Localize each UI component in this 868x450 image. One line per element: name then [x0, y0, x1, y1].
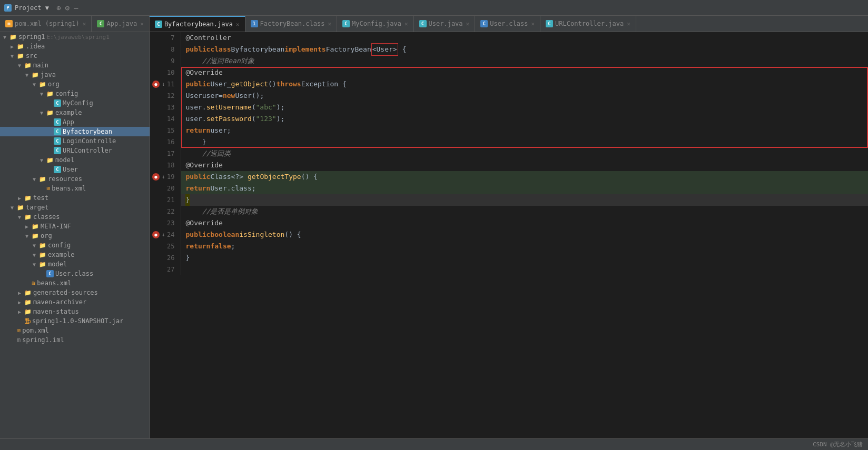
tree-item-21[interactable]: ▼📁 org	[0, 231, 150, 241]
tree-item-13[interactable]: ▼📁 model	[0, 155, 150, 165]
tree-item-3[interactable]: ▼📁 main	[0, 61, 150, 70]
tree-item-14[interactable]: C User	[0, 165, 150, 174]
tree-item-6[interactable]: ▼📁 config	[0, 89, 150, 98]
code-line-17: //返回类	[181, 148, 868, 159]
tree-item-16[interactable]: ≋ beans.xml	[0, 184, 150, 193]
tree-item-28[interactable]: ▶📁 maven-archiver	[0, 297, 150, 307]
tab-close-myconfig[interactable]: ✕	[405, 21, 408, 27]
minimize-btn[interactable]: —	[74, 4, 78, 12]
tree-item-1[interactable]: ▶📁 .idea	[0, 42, 150, 51]
xml-icon-31: ≋	[17, 327, 21, 334]
tab-byfactorybean[interactable]: CByfactorybean.java✕	[150, 16, 245, 32]
folder-icon-20: 📁	[32, 223, 39, 230]
line-num-11: ●↓11	[152, 78, 176, 90]
tab-label-user: User.java	[429, 20, 463, 27]
editor[interactable]: 78910●↓1112131415161718●↓1920212223●↓242…	[150, 32, 868, 438]
tree-item-4[interactable]: ▼📁 java	[0, 70, 150, 79]
tree-label-23: example	[48, 251, 75, 258]
code-line-15: return user;	[181, 125, 868, 136]
code-line-25: return false;	[181, 241, 868, 252]
tree-item-25[interactable]: C User.class	[0, 269, 150, 278]
tree-arrow-24: ▼	[31, 262, 37, 267]
line-num-25: 25	[152, 241, 176, 252]
tree-item-7[interactable]: C MyConfig	[0, 98, 150, 108]
tab-factorybean[interactable]: 1FactoryBean.class✕	[245, 16, 337, 32]
tree-item-22[interactable]: ▼📁 config	[0, 241, 150, 250]
code-lines-container: @Controllerpublic class Byfactorybean im…	[181, 32, 868, 275]
tab-label-app: App.java	[106, 20, 137, 27]
tab-pom[interactable]: mpom.xml (spring1)✕	[0, 16, 92, 32]
tree-item-12[interactable]: C URLController	[0, 146, 150, 155]
tab-close-user[interactable]: ✕	[466, 21, 470, 27]
tree-arrow-23: ▼	[31, 252, 37, 258]
line-num-9: 9	[152, 55, 176, 67]
sidebar: ▼📁 spring1 E:\javaweb\spring1▶📁 .idea▼📁 …	[0, 32, 150, 438]
tree-item-17[interactable]: ▶📁 test	[0, 193, 150, 203]
tree-arrow-8: ▼	[38, 110, 45, 116]
tab-label-myconfig: MyConfig.java	[352, 20, 401, 27]
tree-item-19[interactable]: ▼📁 classes	[0, 212, 150, 222]
settings-btn[interactable]: ⚙	[65, 4, 69, 12]
title-bar-left: P Project ▼ ⊕ ⚙ —	[4, 4, 78, 12]
tree-item-0[interactable]: ▼📁 spring1 E:\javaweb\spring1	[0, 32, 150, 42]
tree-item-31[interactable]: ≋ pom.xml	[0, 326, 150, 335]
folder-icon-23: 📁	[39, 252, 46, 258]
tree-item-18[interactable]: ▼📁 target	[0, 203, 150, 212]
tree-item-9[interactable]: C App	[0, 117, 150, 127]
tab-urlcontroller[interactable]: CURLController.java✕	[540, 16, 636, 32]
folder-icon-2: 📁	[17, 53, 24, 59]
code-line-19: public Class<?> getObjectType() {	[181, 171, 868, 183]
tab-close-byfactorybean[interactable]: ✕	[236, 21, 240, 28]
tree-item-32[interactable]: m spring1.iml	[0, 335, 150, 345]
tree-label-0: spring1	[18, 33, 45, 41]
xml-icon-26: ≋	[32, 279, 35, 287]
tree-item-15[interactable]: ▼📁 resources	[0, 174, 150, 184]
tree-item-27[interactable]: ▶📁 generated-sources	[0, 288, 150, 297]
tree-item-26[interactable]: ≋ beans.xml	[0, 278, 150, 288]
line-num-23: 23	[152, 217, 176, 229]
tree-item-11[interactable]: C LoginControlle	[0, 136, 150, 146]
tree-label-21: org	[41, 232, 52, 239]
tree-label-17: test	[33, 194, 48, 202]
status-bar: CSDN @无名小飞猪	[0, 438, 868, 450]
tree-item-10[interactable]: C Byfactorybean	[0, 127, 150, 136]
code-line-23: @Override	[181, 217, 868, 229]
code-line-16: }	[181, 136, 868, 148]
tree-item-24[interactable]: ▼📁 model	[0, 259, 150, 269]
code-line-18: @Override	[181, 159, 868, 171]
tab-icon-myconfig: C	[342, 20, 350, 27]
tab-close-factorybean[interactable]: ✕	[328, 21, 331, 27]
tree-label-30: spring1-1.0-SNAPSHOT.jar	[32, 317, 123, 325]
tree-item-5[interactable]: ▼📁 org	[0, 79, 150, 89]
project-label[interactable]: Project ▼	[15, 4, 49, 12]
tree-label-14: User	[63, 166, 78, 173]
tree-label-6: config	[55, 90, 78, 97]
tab-close-pom[interactable]: ✕	[83, 21, 86, 27]
tab-close-app[interactable]: ✕	[140, 21, 144, 27]
tree-item-8[interactable]: ▼📁 example	[0, 108, 150, 117]
code-line-10: @Override	[181, 67, 868, 78]
tree-item-20[interactable]: ▶📁 META-INF	[0, 222, 150, 231]
tree-item-30[interactable]: 🗜 spring1-1.0-SNAPSHOT.jar	[0, 316, 150, 326]
tab-close-urlcontroller[interactable]: ✕	[627, 21, 630, 27]
locate-btn[interactable]: ⊕	[56, 4, 61, 12]
tab-close-userclass[interactable]: ✕	[531, 21, 535, 27]
tab-label-byfactorybean: Byfactorybean.java	[164, 21, 233, 28]
folder-icon-13: 📁	[46, 157, 54, 164]
tab-userclass[interactable]: CUser.class✕	[475, 16, 540, 32]
tree-item-2[interactable]: ▼📁 src	[0, 51, 150, 61]
jar-icon-30: 🗜	[24, 317, 31, 325]
file-icon-25: C	[46, 270, 54, 277]
folder-icon-29: 📁	[24, 308, 32, 315]
code-line-22: //是否是单例对象	[181, 206, 868, 217]
gutter-red-24: ●	[152, 231, 160, 238]
line-num-13: 13	[152, 102, 176, 113]
xml-icon-16: ≋	[46, 185, 50, 192]
tab-app[interactable]: CApp.java✕	[92, 16, 149, 32]
folder-icon-19: 📁	[24, 214, 32, 221]
tree-item-23[interactable]: ▼📁 example	[0, 250, 150, 259]
tab-myconfig[interactable]: CMyConfig.java✕	[337, 16, 414, 32]
tab-user[interactable]: CUser.java✕	[414, 16, 476, 32]
line-num-15: 15	[152, 125, 176, 136]
tree-item-29[interactable]: ▶📁 maven-status	[0, 307, 150, 316]
